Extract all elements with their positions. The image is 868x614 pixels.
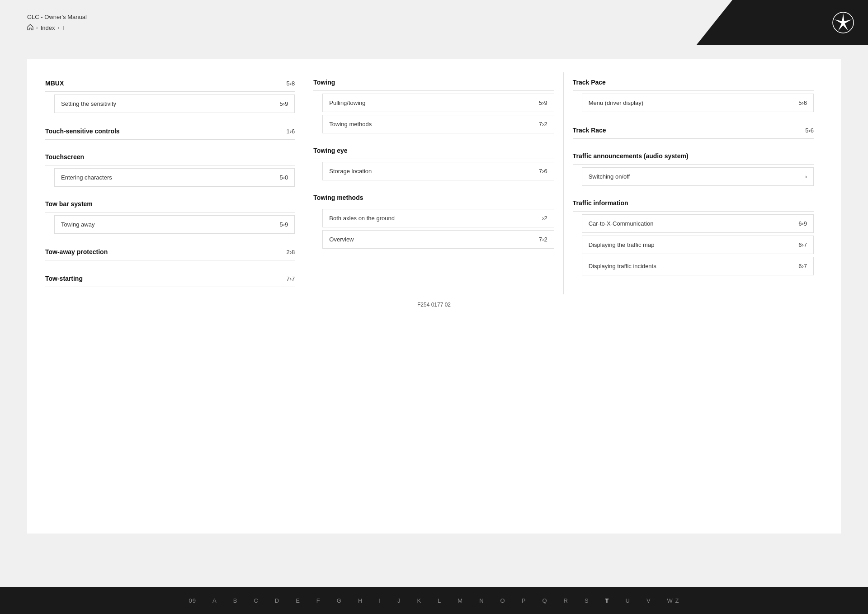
alpha-k[interactable]: K xyxy=(409,597,429,604)
entry-page: 7›6 xyxy=(539,168,547,175)
section-header: Track Race5›6 xyxy=(573,119,814,139)
footer-code: F254 0177 02 xyxy=(45,294,823,312)
list-item[interactable]: Entering characters5›0 xyxy=(54,168,295,187)
section-header: Tow-away protection2›8 xyxy=(45,241,295,260)
alpha-d[interactable]: D xyxy=(267,597,288,604)
alpha-g[interactable]: G xyxy=(329,597,350,604)
section-page: 5›6 xyxy=(805,127,814,134)
alpha-t[interactable]: T xyxy=(597,597,618,604)
section-header: Towing eye xyxy=(313,141,554,159)
list-item[interactable]: Setting the sensitivity5›9 xyxy=(54,94,295,113)
entry-page: 6›9 xyxy=(798,220,807,227)
entry-page: 5›9 xyxy=(539,99,547,106)
entry-label: Car-to-X-Communication xyxy=(589,220,794,227)
entry-label: Pulling/towing xyxy=(329,99,534,106)
column-1: TowingPulling/towing5›9Towing methods7›2… xyxy=(304,72,563,294)
section-header: Towing methods xyxy=(313,188,554,206)
list-item[interactable]: Towing away5›9 xyxy=(54,215,295,234)
list-item[interactable]: Menu (driver display)5›6 xyxy=(582,94,814,112)
column-2: Track PaceMenu (driver display)5›6Track … xyxy=(564,72,823,294)
column-0: MBUX5›8Setting the sensitivity5›9Touch-s… xyxy=(45,72,304,294)
alpha-o[interactable]: O xyxy=(492,597,514,604)
section-label: Touch-sensitive controls xyxy=(45,128,120,135)
section-label: Tow-starting xyxy=(45,275,83,282)
section-label: MBUX xyxy=(45,80,64,87)
section-header: Tow-starting7›7 xyxy=(45,268,295,287)
alpha-c[interactable]: C xyxy=(245,597,266,604)
entry-label: Displaying traffic incidents xyxy=(589,263,794,269)
entry-label: Switching on/off xyxy=(589,173,801,180)
index-columns: MBUX5›8Setting the sensitivity5›9Touch-s… xyxy=(45,72,823,294)
alpha-v[interactable]: V xyxy=(638,597,659,604)
page-header: GLC - Owner's Manual › Index › T xyxy=(0,0,868,45)
section-page: 2›8 xyxy=(287,249,295,255)
alpha-09[interactable]: 09 xyxy=(181,597,204,604)
entry-page: 5›6 xyxy=(798,99,807,106)
list-item[interactable]: Displaying the traffic map6›7 xyxy=(582,236,814,254)
breadcrumb-sep-2: › xyxy=(57,25,59,30)
entry-page: 6›7 xyxy=(798,263,807,269)
entry-page: 5›9 xyxy=(280,221,288,228)
main-content: MBUX5›8Setting the sensitivity5›9Touch-s… xyxy=(27,59,841,534)
section-header: Touch-sensitive controls1›6 xyxy=(45,120,295,140)
mercedes-star-icon xyxy=(832,11,854,34)
section-page: 1›6 xyxy=(287,128,295,135)
alpha-i[interactable]: I xyxy=(371,597,389,604)
entry-page: 5›9 xyxy=(280,100,288,107)
section-header: Traffic announcements (audio system) xyxy=(573,146,814,165)
section-label: Track Race xyxy=(573,127,606,134)
alpha-n[interactable]: N xyxy=(471,597,492,604)
alpha-m[interactable]: M xyxy=(449,597,471,604)
section-page: 5›8 xyxy=(287,80,295,87)
logo-area xyxy=(696,0,868,45)
entry-label: Displaying the traffic map xyxy=(589,241,794,248)
entry-page: › xyxy=(805,173,807,180)
alpha-l[interactable]: L xyxy=(429,597,449,604)
section-header: Towing xyxy=(313,72,554,91)
section-header: Traffic information xyxy=(573,193,814,212)
alpha-p[interactable]: P xyxy=(514,597,534,604)
entry-label: Both axles on the ground xyxy=(329,215,538,222)
section-label: Tow-away protection xyxy=(45,248,108,255)
alpha-b[interactable]: B xyxy=(225,597,246,604)
entry-label: Towing methods xyxy=(329,121,534,128)
breadcrumb-t[interactable]: T xyxy=(62,24,66,31)
list-item[interactable]: Displaying traffic incidents6›7 xyxy=(582,257,814,275)
alpha-u[interactable]: U xyxy=(618,597,638,604)
entry-page: 7›2 xyxy=(539,121,547,128)
entry-label: Menu (driver display) xyxy=(589,99,794,106)
alpha-s[interactable]: S xyxy=(576,597,597,604)
list-item[interactable]: Overview7›2 xyxy=(322,230,554,249)
alpha-r[interactable]: R xyxy=(556,597,576,604)
section-header: Tow bar system xyxy=(45,194,295,213)
alpha-f[interactable]: F xyxy=(308,597,329,604)
entry-label: Setting the sensitivity xyxy=(61,100,275,107)
alpha-h[interactable]: H xyxy=(350,597,371,604)
alpha-w-z[interactable]: W Z xyxy=(659,597,688,604)
alphabet-bar: 09ABCDEFGHIJKLMNOPQRSTUVW Z xyxy=(0,587,868,614)
alpha-j[interactable]: J xyxy=(389,597,409,604)
entry-page: 5›0 xyxy=(280,174,288,181)
entry-label: Entering characters xyxy=(61,174,275,181)
entry-label: Towing away xyxy=(61,221,275,228)
entry-label: Storage location xyxy=(329,168,534,175)
list-item[interactable]: Switching on/off› xyxy=(582,167,814,186)
section-header: Track Pace xyxy=(573,72,814,91)
home-icon[interactable] xyxy=(27,24,33,32)
list-item[interactable]: Pulling/towing5›9 xyxy=(322,94,554,112)
alpha-e[interactable]: E xyxy=(288,597,308,604)
page-content: MBUX5›8Setting the sensitivity5›9Touch-s… xyxy=(0,59,868,534)
breadcrumb-index[interactable]: Index xyxy=(41,24,55,31)
alpha-a[interactable]: A xyxy=(204,597,225,604)
section-header: MBUX5›8 xyxy=(45,72,295,92)
entry-page: 7›2 xyxy=(539,236,547,243)
section-page: 7›7 xyxy=(287,275,295,282)
list-item[interactable]: Towing methods7›2 xyxy=(322,115,554,133)
breadcrumb-sep-1: › xyxy=(36,25,38,30)
list-item[interactable]: Both axles on the ground›2 xyxy=(322,209,554,227)
alpha-q[interactable]: Q xyxy=(534,597,555,604)
section-header: Touchscreen xyxy=(45,147,295,165)
list-item[interactable]: Car-to-X-Communication6›9 xyxy=(582,214,814,233)
list-item[interactable]: Storage location7›6 xyxy=(322,162,554,180)
entry-page: 6›7 xyxy=(798,241,807,248)
